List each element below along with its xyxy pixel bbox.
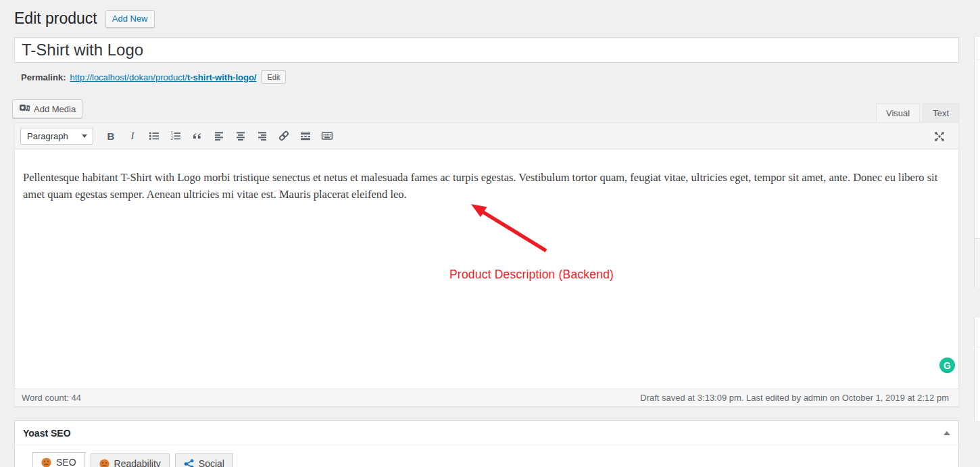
fullscreen-button[interactable] (930, 128, 949, 145)
permalink-url[interactable]: http://localhost/dokan/product/t-shirt-w… (70, 72, 256, 82)
align-left-icon (213, 130, 225, 142)
italic-button[interactable]: I (123, 127, 142, 145)
numbered-list-button[interactable]: 1 2 (166, 127, 185, 145)
svg-text:2: 2 (170, 136, 173, 141)
product-description-text[interactable]: Pellentesque habitant T-Shirt with Logo … (23, 169, 950, 203)
read-more-button[interactable] (296, 127, 315, 145)
add-new-button[interactable]: Add New (105, 10, 155, 28)
paragraph-format-value: Paragraph (27, 131, 68, 141)
sidebar-secondary-panel-sliver (974, 318, 980, 421)
add-media-icon (19, 102, 30, 116)
keyboard-icon (321, 130, 333, 142)
yoast-seo-header[interactable]: Yoast SEO (15, 421, 958, 445)
link-icon (278, 130, 290, 142)
yoast-seo-metabox: Yoast SEO SEO Readability (14, 420, 959, 467)
add-media-button[interactable]: Add Media (12, 99, 82, 118)
yoast-tab-seo[interactable]: SEO (32, 452, 85, 467)
yoast-tabs: SEO Readability Social (32, 452, 958, 467)
editor-status-bar: Word count: 44 Draft saved at 3:13:09 pm… (15, 389, 958, 406)
yoast-seo-title: Yoast SEO (23, 428, 71, 439)
grammarly-icon[interactable]: G (939, 358, 955, 373)
annotation-label: Product Description (Backend) (449, 268, 614, 282)
bulleted-list-icon (148, 130, 160, 142)
yoast-tab-readability[interactable]: Readability (91, 453, 170, 467)
chevron-down-icon (82, 134, 87, 138)
align-right-icon (256, 130, 268, 142)
word-count: Word count: 44 (22, 393, 81, 403)
permalink-url-slug: t-shirt-with-logo/ (187, 72, 257, 82)
numbered-list-icon: 1 2 (170, 130, 182, 142)
bulleted-list-button[interactable] (145, 127, 164, 145)
paragraph-format-select[interactable]: Paragraph (20, 128, 93, 145)
product-title-input[interactable] (14, 37, 959, 63)
editor-mode-tabs: Visual Text (873, 103, 959, 122)
align-center-icon (235, 130, 247, 142)
add-media-label: Add Media (34, 104, 76, 114)
align-right-button[interactable] (253, 127, 272, 145)
editor-toolbar: Paragraph B I 1 2 (15, 123, 958, 149)
page-title: Edit product (14, 9, 97, 28)
page-header: Edit product Add New (14, 9, 155, 28)
blockquote-icon (191, 130, 203, 142)
panel-divider (975, 347, 980, 347)
collapse-arrow-icon[interactable] (944, 431, 950, 435)
align-center-button[interactable] (231, 127, 250, 145)
sidebar-publish-panel-sliver (974, 37, 980, 287)
tab-text[interactable]: Text (923, 103, 959, 122)
toolbar-toggle-button[interactable] (318, 127, 337, 145)
seo-score-smiley-icon (41, 458, 51, 467)
yoast-tab-social[interactable]: Social (175, 453, 233, 467)
share-icon (184, 459, 194, 467)
blockquote-button[interactable] (188, 127, 207, 145)
read-more-icon (299, 130, 312, 142)
permalink-label: Permalink: (21, 72, 66, 82)
align-left-button[interactable] (210, 127, 228, 145)
readability-score-smiley-icon (99, 459, 109, 467)
svg-text:1: 1 (170, 130, 173, 135)
permalink-url-base: http://localhost/dokan/product/ (70, 72, 187, 82)
insert-link-button[interactable] (274, 127, 293, 145)
permalink-edit-button[interactable]: Edit (261, 70, 286, 84)
fullscreen-icon (933, 130, 946, 143)
tab-visual[interactable]: Visual (876, 103, 920, 122)
panel-action-footer (975, 238, 980, 287)
autosave-status: Draft saved at 3:13:09 pm. Last edited b… (640, 393, 949, 403)
bold-button[interactable]: B (101, 127, 120, 145)
panel-divider (975, 59, 980, 60)
permalink-row: Permalink: http://localhost/dokan/produc… (21, 70, 286, 84)
content-editor: Paragraph B I 1 2 (14, 122, 959, 407)
editor-content-area[interactable]: Pellentesque habitant T-Shirt with Logo … (15, 149, 958, 390)
